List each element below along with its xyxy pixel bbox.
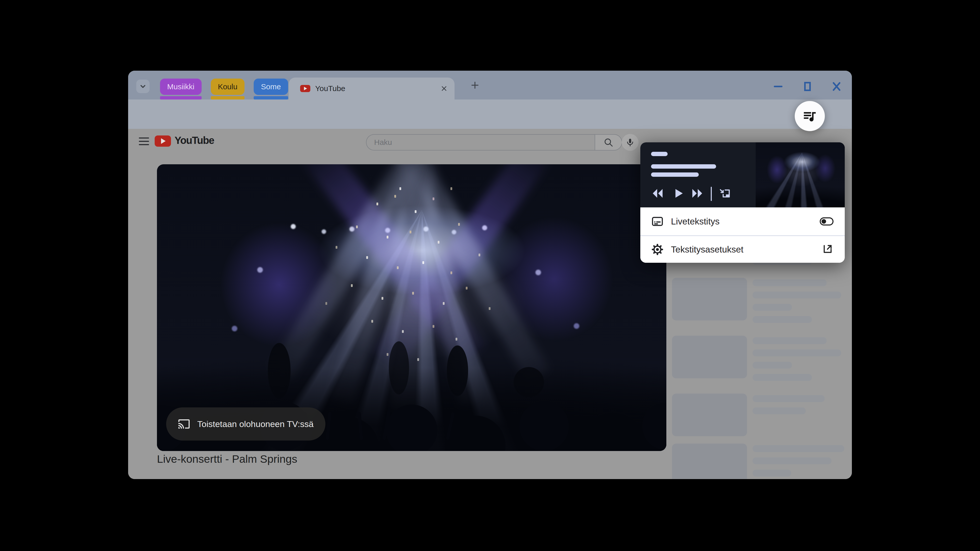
text-line-placeholder <box>752 445 844 452</box>
live-caption-toggle[interactable] <box>820 218 834 225</box>
media-controls-row <box>640 185 756 203</box>
minimize-icon <box>773 81 784 92</box>
search-icon <box>603 137 614 148</box>
text-line-placeholder <box>752 470 791 476</box>
browser-window: Musiikki Koulu Some YouTube <box>128 71 852 479</box>
media-text-skeleton-bar <box>651 152 668 156</box>
playlist-music-icon <box>802 108 818 124</box>
yt-search-placeholder: Haku <box>374 135 392 150</box>
toggle-knob <box>821 219 826 224</box>
text-line-placeholder <box>752 316 812 323</box>
caption-settings-label: Tekstitysasetukset <box>671 245 743 254</box>
text-line-placeholder <box>752 349 841 356</box>
tab-group-musiikki[interactable]: Musiikki <box>160 79 202 95</box>
text-line-placeholder <box>752 407 806 414</box>
thumbnail-placeholder <box>672 394 747 436</box>
text-line-placeholder <box>752 374 812 381</box>
media-controls-toolbar-button[interactable] <box>795 101 825 131</box>
youtube-favicon <box>300 85 310 92</box>
cast-icon <box>178 418 190 430</box>
live-caption-icon <box>651 215 664 228</box>
suggested-video-skeleton <box>672 444 851 479</box>
window-minimize-button[interactable] <box>771 79 785 94</box>
window-close-button[interactable] <box>829 79 844 94</box>
text-line-placeholder <box>752 457 832 464</box>
text-line-placeholder <box>752 395 824 402</box>
controls-divider <box>711 187 712 201</box>
suggested-video-skeleton <box>672 394 851 436</box>
tab-youtube[interactable]: YouTube <box>289 78 455 100</box>
open-in-new-icon[interactable] <box>822 243 834 255</box>
previous-track-button[interactable] <box>652 188 663 200</box>
media-info-panel <box>640 142 756 207</box>
youtube-logo-icon <box>155 135 171 147</box>
text-line-placeholder <box>752 304 792 311</box>
live-caption-label: Livetekstitys <box>671 216 720 227</box>
mic-icon <box>625 138 635 147</box>
close-icon <box>441 85 447 92</box>
tab-group-koulu[interactable]: Koulu <box>211 79 245 95</box>
thumbnail-placeholder <box>672 336 747 378</box>
previous-track-icon <box>652 188 663 199</box>
maximize-icon <box>802 81 813 92</box>
next-track-icon <box>691 188 703 199</box>
tab-group-some[interactable]: Some <box>254 79 288 95</box>
media-session-card <box>640 142 845 207</box>
plus-icon <box>470 81 479 90</box>
cast-status-chip[interactable]: Toistetaan olohuoneen TV:ssä <box>166 407 325 441</box>
live-caption-row: Livetekstitys <box>640 207 845 235</box>
tab-close-button[interactable] <box>440 84 449 93</box>
tab-title: YouTube <box>315 78 345 100</box>
yt-search-input[interactable]: Haku <box>366 134 595 151</box>
tab-search-button[interactable] <box>136 79 150 93</box>
yt-menu-button[interactable] <box>139 138 149 145</box>
next-track-button[interactable] <box>691 188 703 200</box>
picture-in-picture-button[interactable] <box>718 187 731 202</box>
youtube-wordmark[interactable]: YouTube <box>175 135 214 146</box>
text-line-placeholder <box>752 337 827 344</box>
text-line-placeholder <box>752 362 792 368</box>
tab-strip: Musiikki Koulu Some YouTube <box>128 71 852 100</box>
suggested-video-skeleton <box>672 336 851 386</box>
chevron-down-icon <box>139 83 147 90</box>
media-thumbnail <box>756 142 845 207</box>
thumbnail-placeholder <box>672 278 747 321</box>
browser-toolbar: youtube.com/watch/ <box>128 100 852 129</box>
tab-groups: Musiikki Koulu Some <box>160 79 288 95</box>
media-controls-popup: Livetekstitys <box>640 142 845 263</box>
picture-in-picture-icon <box>718 187 731 200</box>
play-button[interactable] <box>674 188 684 200</box>
thumbnail-placeholder <box>672 444 747 479</box>
new-tab-button[interactable] <box>468 78 482 92</box>
suggested-video-skeleton <box>672 278 851 328</box>
window-close-icon <box>831 81 842 92</box>
caption-settings-row[interactable]: Tekstitysasetukset <box>640 236 845 263</box>
text-line-placeholder <box>752 292 841 299</box>
text-line-placeholder <box>752 279 827 286</box>
gear-icon <box>651 243 664 256</box>
media-text-skeleton-bar <box>651 172 699 177</box>
cast-status-text: Toistetaan olohuoneen TV:ssä <box>197 419 313 429</box>
window-maximize-button[interactable] <box>800 79 815 94</box>
media-text-skeleton-bar <box>651 164 716 168</box>
yt-voice-search-button[interactable] <box>622 134 638 151</box>
video-title: Live-konsertti - Palm Springs <box>157 453 298 465</box>
play-icon <box>674 188 684 198</box>
yt-search-button[interactable] <box>595 134 622 151</box>
